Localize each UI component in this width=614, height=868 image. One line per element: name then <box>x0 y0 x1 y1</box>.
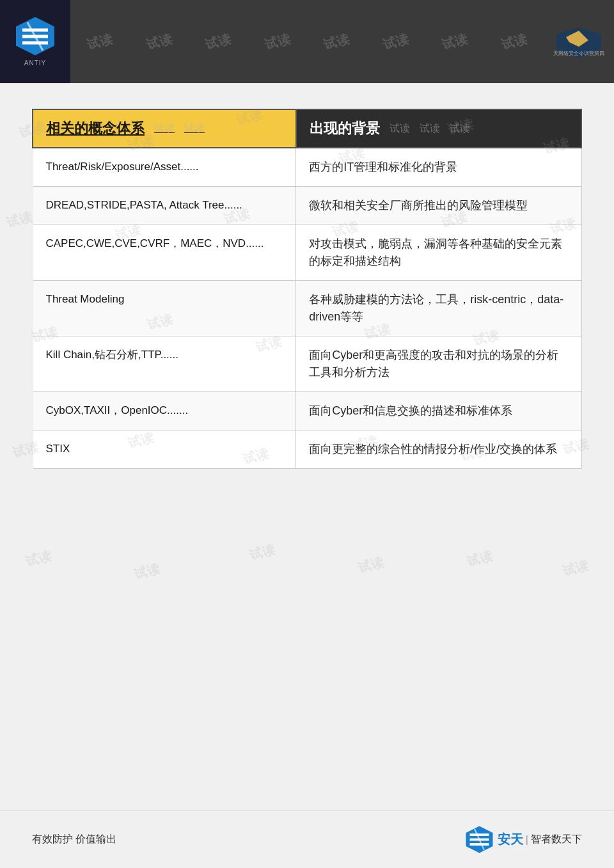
col1-header: 相关的概念体系 试读 试读 <box>33 109 296 148</box>
right-cell: 面向更完整的综合性的情报分析/作业/交换的体系 <box>296 430 581 469</box>
main-wm-27: 试读 <box>465 547 494 570</box>
table-row: Threat/Risk/Exposure/Asset......西方的IT管理和… <box>33 148 581 187</box>
right-cell: 各种威胁建模的方法论，工具，risk-centric，data-driven等等 <box>296 281 581 336</box>
footer-logo-main-text: 安天 <box>498 831 523 848</box>
left-cell: DREAD,STRIDE,PASTA, Attack Tree...... <box>33 187 296 225</box>
left-cell: Threat/Risk/Exposure/Asset...... <box>33 148 296 187</box>
left-cell: STIX <box>33 430 296 469</box>
table-row: Threat Modeling各种威胁建模的方法论，工具，risk-centri… <box>33 281 581 336</box>
table-row: CAPEC,CWE,CVE,CVRF，MAEC，NVD......对攻击模式，脆… <box>33 225 581 281</box>
right-cell: 西方的IT管理和标准化的背景 <box>296 148 581 187</box>
footer-logo: 安天 | 智者数天下 <box>465 825 582 854</box>
footer-logo-sub-text: 智者数天下 <box>531 833 582 846</box>
right-cell: 对攻击模式，脆弱点，漏洞等各种基础的安全元素的标定和描述结构 <box>296 225 581 281</box>
table-row: DREAD,STRIDE,PASTA, Attack Tree......微软和… <box>33 187 581 225</box>
left-cell: CybOX,TAXII，OpenIOC....... <box>33 392 296 430</box>
right-cell: 面向Cyber和信息交换的描述和标准体系 <box>296 392 581 430</box>
wm-5: 试读 <box>312 24 361 59</box>
right-cell: 面向Cyber和更高强度的攻击和对抗的场景的分析工具和分析方法 <box>296 336 581 392</box>
left-cell: CAPEC,CWE,CVE,CVRF，MAEC，NVD...... <box>33 225 296 281</box>
header-watermarks: 试读 试读 试读 试读 试读 试读 试读 试读 <box>70 0 544 83</box>
main-content: 试读试读试读试读试读试读试读试读试读试读试读试读试读试读试读试读试读试读试读试读… <box>0 83 614 494</box>
col2-header: 出现的背景 试读 试读 试读 <box>296 109 581 148</box>
table-row: Kill Chain,钻石分析,TTP......面向Cyber和更高强度的攻击… <box>33 336 581 392</box>
concept-table: 相关的概念体系 试读 试读 出现的背景 试读 试读 试读 Threat/Risk… <box>32 109 582 469</box>
page-footer: 有效防护 价值输出 安天 | 智者数天下 <box>0 810 614 868</box>
wm-7: 试读 <box>430 24 480 59</box>
main-wm-6: 试读 <box>4 208 34 231</box>
main-wm-28: 试读 <box>561 556 590 580</box>
wm-8: 试读 <box>489 24 539 59</box>
header-right-logo: 安天网络安全令训营第四期 <box>544 0 614 83</box>
page-header: ANTIY 试读 试读 试读 试读 试读 试读 试读 试读 安天网络安全令训营第… <box>0 0 614 83</box>
header-watermark-area: 试读 试读 试读 试读 试读 试读 试读 试读 <box>70 0 544 83</box>
logo-text: ANTIY <box>24 59 46 67</box>
main-wm-24: 试读 <box>132 560 162 583</box>
footer-tagline: 有效防护 价值输出 <box>32 833 116 846</box>
left-cell: Threat Modeling <box>33 281 296 336</box>
wm-2: 试读 <box>134 24 184 59</box>
table-header-row: 相关的概念体系 试读 试读 出现的背景 试读 试读 试读 <box>33 109 581 148</box>
wm-3: 试读 <box>194 24 243 59</box>
logo-area: ANTIY <box>0 0 70 83</box>
left-cell: Kill Chain,钻石分析,TTP...... <box>33 336 296 392</box>
right-cell: 微软和相关安全厂商所推出的风险管理模型 <box>296 187 581 225</box>
main-wm-25: 试读 <box>248 541 277 564</box>
wm-4: 试读 <box>253 24 302 59</box>
table-row: STIX面向更完整的综合性的情报分析/作业/交换的体系 <box>33 430 581 469</box>
svg-text:安天网络安全令训营第四期: 安天网络安全令训营第四期 <box>553 51 604 56</box>
main-wm-23: 试读 <box>24 547 53 570</box>
wm-1: 试读 <box>75 24 125 59</box>
wm-6: 试读 <box>371 24 420 59</box>
logo-hexagon <box>16 17 54 56</box>
table-row: CybOX,TAXII，OpenIOC.......面向Cyber和信息交换的描… <box>33 392 581 430</box>
main-wm-26: 试读 <box>356 553 386 576</box>
